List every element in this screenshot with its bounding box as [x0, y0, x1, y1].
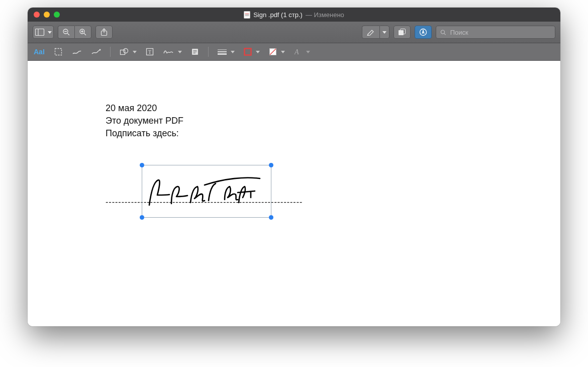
svg-text:T: T [148, 49, 151, 55]
border-style-button[interactable] [218, 49, 235, 55]
search-input[interactable] [449, 28, 551, 37]
note-button[interactable] [191, 48, 199, 56]
resize-handle-tl[interactable] [140, 163, 144, 167]
text-tool-button[interactable]: T [146, 48, 154, 56]
font-style-button[interactable]: A [294, 48, 310, 56]
zoom-controls [58, 26, 91, 39]
text-line-title: Это документ PDF [106, 115, 183, 127]
window-controls [28, 12, 60, 18]
resize-handle-tr[interactable] [269, 163, 273, 167]
svg-point-19 [441, 30, 444, 33]
svg-text:A: A [294, 48, 299, 56]
titlebar: Sign .pdf (1 стр.) — Изменено [28, 8, 560, 22]
close-window-button[interactable] [34, 12, 40, 18]
sketch-tool-button[interactable] [72, 48, 82, 56]
zoom-out-button[interactable] [58, 26, 74, 39]
selection-box[interactable] [142, 165, 271, 218]
filename-label: Sign .pdf (1 стр.) [253, 11, 303, 19]
search-icon [440, 29, 446, 36]
share-button[interactable] [95, 26, 113, 39]
svg-rect-1 [245, 14, 249, 14]
svg-line-20 [444, 33, 446, 35]
main-toolbar [28, 22, 560, 43]
document-canvas[interactable]: 20 мая 2020 Это документ PDF Подписать з… [28, 61, 560, 326]
zoom-in-button[interactable] [74, 26, 91, 39]
divider [208, 47, 209, 57]
svg-rect-21 [55, 49, 61, 55]
selection-tool-button[interactable] [54, 47, 63, 56]
text-style-button[interactable]: AaI [34, 48, 45, 55]
markup-toggle-button[interactable] [415, 26, 432, 39]
window-title: Sign .pdf (1 стр.) — Изменено [28, 11, 560, 19]
app-window: Sign .pdf (1 стр.) — Изменено [28, 8, 560, 326]
minimize-window-button[interactable] [44, 12, 50, 18]
document-icon [244, 11, 250, 19]
text-line-sign-here: Подписать здесь: [106, 127, 183, 140]
svg-point-22 [99, 49, 101, 51]
sign-button[interactable] [163, 48, 182, 55]
draw-tool-button[interactable] [91, 48, 101, 56]
document-text-block: 20 мая 2020 Это документ PDF Подписать з… [106, 102, 183, 140]
highlight-button[interactable] [362, 26, 379, 39]
svg-point-24 [123, 49, 128, 53]
highlight-menu-button[interactable] [379, 26, 389, 39]
resize-handle-bl[interactable] [140, 215, 144, 220]
resize-handle-br[interactable] [269, 215, 273, 220]
search-field[interactable] [436, 26, 555, 39]
svg-line-10 [84, 33, 86, 35]
sidebar-toggle-button[interactable] [33, 26, 54, 39]
divider [110, 47, 111, 57]
shapes-button[interactable] [120, 48, 137, 56]
svg-rect-4 [35, 29, 44, 36]
highlight-controls [362, 26, 389, 39]
svg-rect-34 [244, 49, 251, 55]
border-color-button[interactable] [244, 48, 260, 56]
markup-toolbar: AaI T A [28, 43, 560, 61]
svg-rect-3 [245, 16, 249, 16]
rotate-button[interactable] [394, 26, 411, 39]
text-line-date: 20 мая 2020 [106, 102, 183, 115]
fullscreen-window-button[interactable] [54, 12, 60, 18]
svg-line-7 [67, 33, 69, 35]
svg-rect-15 [399, 30, 404, 35]
fill-color-button[interactable] [269, 48, 285, 56]
svg-rect-0 [244, 11, 250, 18]
modified-label: — Изменено [306, 11, 344, 19]
svg-rect-2 [245, 15, 249, 15]
